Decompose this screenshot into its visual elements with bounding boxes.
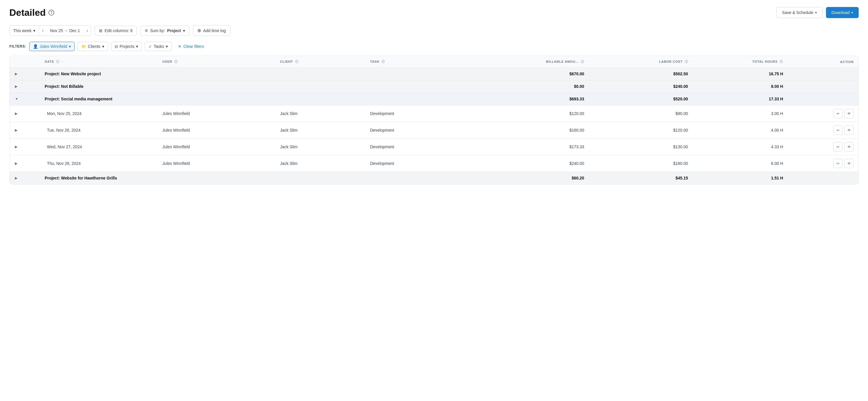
group-hours: 1.51 H	[692, 172, 788, 184]
group-labor: $45.15	[589, 172, 693, 184]
group-row: ▼ Project: Social media management $693.…	[10, 93, 858, 105]
date-prev-button[interactable]: ‹	[39, 26, 46, 36]
row-expand-button[interactable]: ▶	[14, 144, 19, 149]
save-schedule-button[interactable]: Save & Schedule ▾	[776, 7, 822, 18]
view-row-button[interactable]: 👁	[844, 159, 854, 168]
cell-client: Jack Slim	[276, 122, 365, 138]
page-info-icon[interactable]: ?	[49, 10, 54, 16]
user-info-icon[interactable]: ⓘ	[174, 60, 178, 64]
date-info-icon[interactable]: ⓘ	[56, 60, 60, 64]
group-row: ▶ Project: Not Billable $0.00 $240.00 8.…	[10, 80, 858, 93]
row-expand-button[interactable]: ▶	[14, 161, 19, 166]
group-name: Project: New Website project	[40, 68, 476, 80]
cell-labor: $130.00	[589, 138, 693, 155]
download-button[interactable]: Download ▾	[826, 7, 859, 18]
edit-row-button[interactable]: ✏	[833, 109, 843, 118]
edit-row-button[interactable]: ✏	[833, 159, 843, 168]
col-header-client: CLIENT ⓘ	[276, 56, 365, 68]
header-right: Save & Schedule ▾ Download ▾	[776, 7, 859, 18]
group-expand-button[interactable]: ▶	[14, 71, 19, 76]
row-expand-button[interactable]: ▶	[14, 111, 19, 116]
edit-icon: ✏	[836, 145, 840, 149]
col-header-date: DATE ⓘ ↑	[40, 56, 158, 68]
toolbar: This week ▾ ‹ Nov 25 → Dec 1 › ⊞ Edit co…	[9, 25, 859, 36]
date-filter-chevron-icon: ▾	[33, 28, 35, 33]
group-labor: $240.00	[589, 80, 693, 93]
date-filter-dropdown[interactable]: This week ▾	[10, 26, 39, 35]
cell-labor: $120.00	[589, 122, 693, 138]
group-action	[788, 93, 858, 105]
cell-hours: 4.00 H	[692, 122, 788, 138]
edit-columns-label: Edit columns: 8	[104, 28, 132, 33]
group-labor: $520.00	[589, 93, 693, 105]
download-chevron-icon: ▾	[851, 11, 853, 14]
page-header: Detailed ? Save & Schedule ▾ Download ▾	[9, 7, 859, 18]
date-next-button[interactable]: ›	[84, 26, 91, 36]
projects-filter-label: Projects	[120, 44, 134, 49]
cell-billable: $160.00	[476, 122, 589, 138]
cell-hours: 3.00 H	[692, 105, 788, 122]
sum-by-label: Sum by:	[150, 28, 165, 33]
save-schedule-chevron-icon: ▾	[815, 11, 817, 14]
table-row: ▶ Tue, Nov 26, 2024 Jules Winnfield Jack…	[10, 122, 858, 138]
group-action	[788, 80, 858, 93]
col-header-hours: TOTAL HOURS ⓘ	[692, 56, 788, 68]
add-time-log-button[interactable]: ⊕ Add time log	[193, 25, 230, 36]
group-billable: $670.00	[476, 68, 589, 80]
edit-icon: ✏	[836, 112, 840, 116]
edit-row-button[interactable]: ✏	[833, 125, 843, 135]
group-labor: $502.50	[589, 68, 693, 80]
group-expand-button[interactable]: ▼	[14, 96, 20, 101]
projects-filter-chevron-icon: ▾	[136, 44, 138, 49]
view-icon: 👁	[847, 128, 851, 132]
tasks-filter-label: Tasks	[154, 44, 164, 49]
user-filter-button[interactable]: 👤 Jules Winnfield ▾	[29, 42, 75, 51]
table-row: ▶ Thu, Nov 28, 2024 Jules Winnfield Jack…	[10, 155, 858, 172]
group-billable: $693.33	[476, 93, 589, 105]
billable-info-icon[interactable]: ⓘ	[581, 60, 584, 64]
edit-columns-button[interactable]: ⊞ Edit columns: 8	[95, 26, 137, 36]
group-name: Project: Social media management	[40, 93, 476, 105]
hours-info-icon[interactable]: ⓘ	[780, 60, 783, 64]
date-sort-icon[interactable]: ↑	[62, 60, 64, 63]
edit-icon: ✏	[836, 161, 840, 166]
add-time-log-label: Add time log	[203, 28, 226, 33]
clients-filter-label: Clients	[88, 44, 100, 49]
cell-client: Jack Slim	[276, 138, 365, 155]
cell-action: ✏ 👁	[788, 138, 858, 155]
table-body: ▶ Project: New Website project $670.00 $…	[10, 68, 858, 184]
client-info-icon[interactable]: ⓘ	[295, 60, 299, 64]
row-expand-button[interactable]: ▶	[14, 127, 19, 133]
add-time-log-icon: ⊕	[197, 28, 201, 33]
cell-action: ✏ 👁	[788, 122, 858, 138]
view-row-button[interactable]: 👁	[844, 125, 854, 135]
data-table-container: DATE ⓘ ↑ USER ⓘ CLIENT ⓘ TASK ⓘ BILLABLE…	[9, 56, 859, 184]
group-expand-button[interactable]: ▶	[14, 84, 19, 89]
cell-user: Jules Winnfield	[158, 105, 275, 122]
tasks-filter-button[interactable]: ✓ Tasks ▾	[145, 42, 172, 51]
sum-by-button[interactable]: ⊜ Sum by: Project ▾	[141, 26, 189, 36]
save-schedule-label: Save & Schedule	[782, 10, 813, 15]
projects-filter-button[interactable]: ⊟ Projects ▾	[111, 42, 142, 51]
cell-user: Jules Winnfield	[158, 155, 275, 172]
col-header-labor: LABOR COST ⓘ	[589, 56, 693, 68]
clear-filters-button[interactable]: ✕ Clear filters	[175, 42, 208, 51]
col-header-action: ACTION	[788, 56, 858, 68]
cell-billable: $240.00	[476, 155, 589, 172]
cell-hours: 6.00 H	[692, 155, 788, 172]
group-hours: 17.33 H	[692, 93, 788, 105]
view-row-button[interactable]: 👁	[844, 109, 854, 118]
group-name: Project: Not Billable	[40, 80, 476, 93]
clients-filter-button[interactable]: 📁 Clients ▾	[78, 42, 108, 51]
cell-client: Jack Slim	[276, 105, 365, 122]
cell-task: Development	[365, 122, 476, 138]
labor-info-icon[interactable]: ⓘ	[685, 60, 688, 64]
group-expand-button[interactable]: ▶	[14, 176, 19, 181]
edit-row-button[interactable]: ✏	[833, 142, 843, 151]
cell-action: ✏ 👁	[788, 105, 858, 122]
header-left: Detailed ?	[9, 7, 54, 18]
cell-task: Development	[365, 105, 476, 122]
task-info-icon[interactable]: ⓘ	[381, 60, 385, 64]
clear-filters-label: Clear filters	[183, 44, 204, 49]
view-row-button[interactable]: 👁	[844, 142, 854, 151]
